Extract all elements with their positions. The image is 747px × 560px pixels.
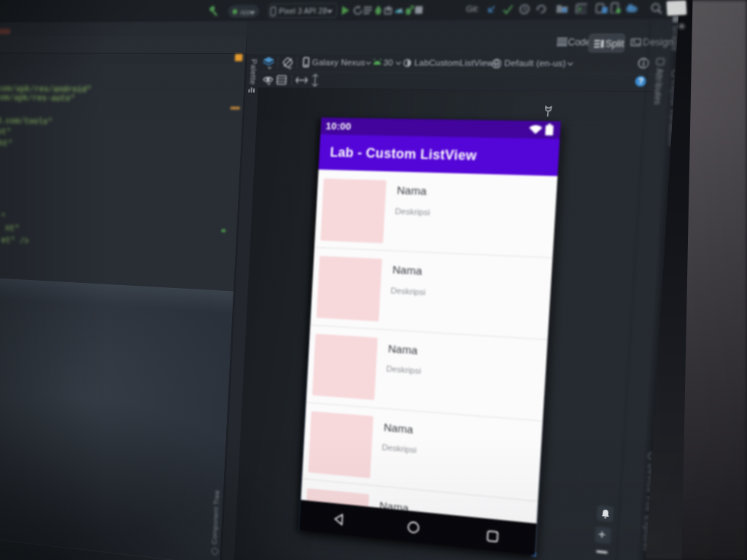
svg-text:?: ? <box>638 77 643 86</box>
